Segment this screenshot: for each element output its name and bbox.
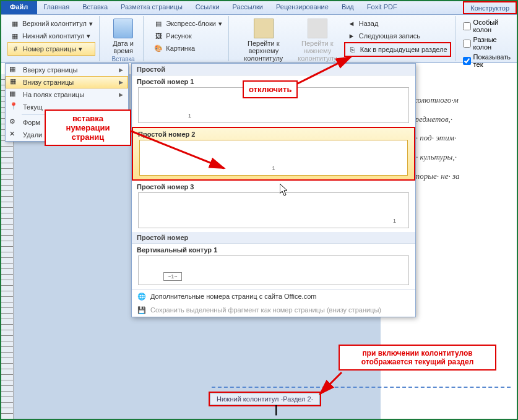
back-icon: ◄ (347, 19, 356, 28)
special-header-checkbox[interactable]: Особый колон (463, 17, 511, 35)
different-pages-checkbox[interactable]: Разные колон (463, 35, 511, 52)
express-blocks-button[interactable]: ▤Экспресс-блоки ▾ (151, 17, 225, 30)
tab-page-layout[interactable]: Разметка страницы (114, 1, 189, 14)
footer-tab-label: Нижний колонтитул -Раздел 2- (210, 393, 320, 405)
tab-review[interactable]: Рецензирование (270, 1, 335, 14)
goto-footer-icon (308, 19, 327, 38)
dd-top-of-page[interactable]: ▦Вверху страницы▶ (6, 64, 128, 76)
tab-mailings[interactable]: Рассылки (227, 1, 270, 14)
show-text-checkbox[interactable]: Показывать тек (463, 52, 511, 69)
tab-references[interactable]: Ссылки (189, 1, 227, 14)
gallery-save-selection: 💾Сохранить выделенный фрагмент как номер… (132, 303, 415, 317)
goto-footer-button: Перейти к нижнему колонтитулу (291, 17, 344, 63)
tab-foxit[interactable]: Foxit PDF (361, 1, 404, 14)
group-label-insert: Вставка (107, 56, 139, 62)
ribbon-group-datetime: Дата и время Вставка (103, 16, 144, 61)
goto-header-button[interactable]: Перейти к верхнему колонтитулу (236, 17, 291, 63)
mouse-cursor-icon (280, 184, 290, 197)
calendar-icon (113, 19, 133, 38)
header-button[interactable]: ▦Верхний колонтитул ▾ (7, 17, 95, 30)
ribbon-group-illustrations: ▤Экспресс-блоки ▾ 🖼Рисунок 🎨Картинка (147, 16, 229, 61)
annotation-insert-numbering: вставка нумерации страниц (45, 109, 131, 146)
tab-home[interactable]: Главная (37, 1, 76, 14)
page-margins-icon: ▦ (9, 90, 19, 100)
gallery-section-simple2: Простой номер (132, 232, 415, 244)
page-top-icon: ▦ (9, 65, 19, 75)
format-icon: ⚙ (9, 118, 19, 127)
gallery-item-2[interactable]: Простой номер 2 1 (132, 127, 415, 181)
gallery-more-online[interactable]: 🌐Дополнительные номера страниц с сайта O… (132, 289, 415, 303)
ribbon-group-options: Особый колон Разные колон Показывать тек (459, 16, 514, 61)
annotation-disable: отключить (243, 80, 298, 98)
remove-icon: ✕ (9, 130, 19, 140)
page-number-button[interactable]: #Номер страницы ▾ (7, 42, 95, 56)
tab-view[interactable]: Вид (335, 1, 361, 14)
annotation-footer-note: при включении колонтитулов отображается … (339, 345, 496, 371)
footer-section-indicator: Нижний колонтитул -Раздел 2- (209, 392, 321, 406)
tab-insert[interactable]: Вставка (76, 1, 114, 14)
save-icon: 💾 (137, 305, 147, 315)
picture-button[interactable]: 🖼Рисунок (151, 30, 225, 42)
ribbon-group-navigation: Перейти к верхнему колонтитулу Перейти к… (233, 16, 455, 61)
dd-page-margins[interactable]: ▦На полях страницы▶ (6, 88, 128, 101)
next-record-button[interactable]: ►Следующая запись (344, 30, 451, 42)
ribbon-tabs: Файл Главная Вставка Разметка страницы С… (1, 1, 517, 15)
gallery-item-3[interactable]: Простой номер 3 1 (132, 181, 415, 232)
picture-icon: 🖼 (153, 31, 163, 41)
date-time-button[interactable]: Дата и время (107, 17, 139, 56)
office-icon: 🌐 (137, 291, 147, 301)
header-icon: ▦ (10, 19, 20, 28)
back-button[interactable]: ◄Назад (344, 17, 451, 30)
tab-file[interactable]: Файл (1, 1, 37, 14)
tab-designer[interactable]: Конструктор (463, 1, 517, 14)
page-number-icon: # (11, 44, 20, 54)
footer-icon: ▦ (10, 31, 20, 41)
cursor-icon: 📍 (9, 102, 19, 112)
clipart-button[interactable]: 🎨Картинка (151, 42, 225, 54)
dd-bottom-of-page[interactable]: ▦Внизу страницы▶ (6, 76, 128, 88)
footer-button[interactable]: ▦Нижний колонтитул ▾ (7, 30, 95, 42)
ribbon: ▦Верхний колонтитул ▾ ▦Нижний колонтитул… (1, 15, 517, 63)
link-previous-button[interactable]: ⎘Как в предыдущем разделе (344, 42, 451, 57)
goto-header-icon (254, 19, 274, 38)
page-number-gallery: Простой Простой номер 1 1 Простой номер … (131, 63, 416, 317)
clipart-icon: 🎨 (153, 43, 163, 53)
next-icon: ► (347, 31, 356, 41)
footer-boundary-line (212, 387, 511, 388)
link-icon: ⎘ (348, 45, 358, 54)
text-cursor: ┃ (274, 405, 278, 416)
gallery-section-simple: Простой (132, 64, 415, 75)
blocks-icon: ▤ (153, 19, 163, 28)
gallery-item-4[interactable]: Вертикальный контур 1 ~1~ (132, 244, 415, 289)
ribbon-group-header-footer: ▦Верхний колонтитул ▾ ▦Нижний колонтитул… (4, 16, 100, 61)
page-bottom-icon: ▦ (10, 77, 20, 87)
